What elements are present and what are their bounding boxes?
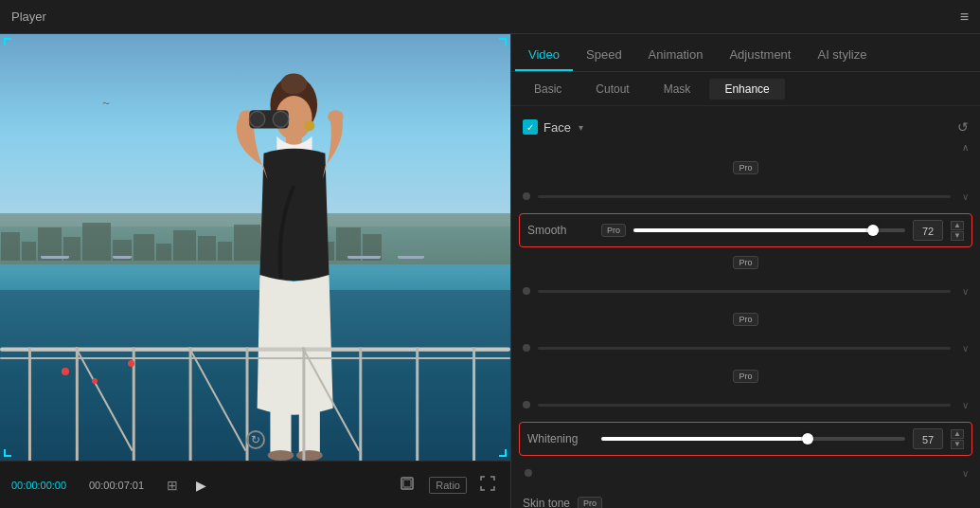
disabled-track-3 <box>538 347 951 350</box>
subtab-basic[interactable]: Basic <box>519 79 577 100</box>
total-time: 00:00:07:01 <box>89 480 155 491</box>
svg-line-25 <box>76 348 133 451</box>
dot-below-whitening <box>525 469 532 477</box>
corner-handle-tl[interactable] <box>4 38 11 45</box>
play-button[interactable]: ▶ <box>189 474 212 497</box>
whitening-value[interactable]: 57 <box>913 428 943 449</box>
disabled-track-2 <box>538 290 951 293</box>
whitening-fill <box>601 437 808 441</box>
svg-rect-17 <box>76 348 79 461</box>
subtab-cutout[interactable]: Cutout <box>580 79 644 100</box>
smooth-track[interactable] <box>633 228 905 232</box>
tab-ai-stylize[interactable]: AI stylize <box>804 40 880 71</box>
smooth-pro-badge: Pro <box>601 224 626 237</box>
smooth-slider-row: Smooth Pro 72 ▲ ▼ <box>519 213 972 247</box>
disabled-dot-3 <box>523 344 530 352</box>
svg-line-26 <box>189 348 246 451</box>
svg-point-1 <box>280 74 307 95</box>
disabled-dot-2 <box>523 287 530 295</box>
pro-row-3: Pro <box>511 306 980 333</box>
whitening-decrement[interactable]: ▼ <box>951 440 964 449</box>
building <box>22 242 36 261</box>
building <box>82 223 111 261</box>
smooth-spinners: ▲ ▼ <box>951 221 964 241</box>
disabled-track-1 <box>538 195 951 198</box>
svg-point-5 <box>328 110 344 123</box>
down-arrow-5: ∨ <box>962 468 969 479</box>
pro-row-4: Pro <box>511 363 980 390</box>
svg-rect-29 <box>403 480 411 487</box>
whitening-slider-row: Whitening 57 ▲ ▼ <box>519 422 972 456</box>
player-panel: 〜 <box>0 34 511 508</box>
face-reset-button[interactable]: ↺ <box>957 119 969 135</box>
disabled-slider-1: ∨ <box>511 181 980 211</box>
tab-speed[interactable]: Speed <box>573 40 635 71</box>
skin-tone-label: Skin tone <box>523 497 570 508</box>
whitening-increment[interactable]: ▲ <box>951 429 964 439</box>
video-frame: 〜 <box>0 34 510 461</box>
pro-badge-1: Pro <box>733 161 757 174</box>
sub-tabs: Basic Cutout Mask Enhance <box>511 72 980 106</box>
subtab-mask[interactable]: Mask <box>649 79 706 100</box>
svg-rect-19 <box>189 348 192 461</box>
buoy <box>62 368 69 375</box>
whitening-label: Whitening <box>527 432 594 445</box>
smooth-increment[interactable]: ▲ <box>951 221 964 230</box>
down-arrow-1: ∨ <box>962 191 969 202</box>
tab-video[interactable]: Video <box>515 40 573 71</box>
disabled-track-4 <box>538 404 951 407</box>
whitening-track-container[interactable] <box>601 437 905 441</box>
smooth-decrement[interactable]: ▼ <box>951 231 964 241</box>
svg-rect-16 <box>28 348 31 461</box>
boat-far <box>113 256 132 259</box>
svg-rect-24 <box>472 348 475 461</box>
face-checkbox[interactable]: ✓ <box>523 119 538 135</box>
corner-handle-tr[interactable] <box>499 38 507 45</box>
whitening-track[interactable] <box>601 437 905 441</box>
skin-tone-pro-badge: Pro <box>578 497 602 508</box>
down-arrow-4: ∨ <box>962 400 969 410</box>
pro-badge-2: Pro <box>733 256 757 269</box>
disabled-dot-4 <box>523 401 530 408</box>
disabled-slider-3: ∨ <box>511 333 980 363</box>
top-bar: Player ≡ <box>0 0 980 34</box>
disabled-slider-2: ∨ <box>511 276 980 306</box>
whitening-thumb[interactable] <box>802 433 813 444</box>
tab-adjustment[interactable]: Adjustment <box>716 40 804 71</box>
tab-animation[interactable]: Animation <box>635 40 717 71</box>
main-tabs: Video Speed Animation Adjustment AI styl… <box>511 34 980 72</box>
buoy <box>92 378 98 384</box>
fullscreen-button[interactable] <box>476 474 499 496</box>
controls-right: Ratio <box>395 473 499 497</box>
down-arrow-2: ∨ <box>962 286 969 297</box>
current-time: 00:00:00:00 <box>11 480 78 491</box>
crop-button[interactable] <box>395 473 419 497</box>
skin-tone-row: Skin tone Pro <box>511 488 980 508</box>
grid-icon[interactable]: ⊞ <box>167 478 178 493</box>
dot-row-below-whitening: ∨ <box>511 458 980 488</box>
smooth-value[interactable]: 72 <box>913 220 943 241</box>
pro-row-2: Pro <box>511 249 980 276</box>
rotate-handle[interactable]: ↻ <box>246 430 265 449</box>
corner-handle-br[interactable] <box>499 449 507 457</box>
face-expand-arrow[interactable]: ▾ <box>579 122 583 133</box>
building <box>1 232 20 261</box>
corner-handle-bl[interactable] <box>4 449 11 457</box>
collapse-icon-1[interactable]: ∧ <box>962 142 969 153</box>
smooth-track-container[interactable] <box>633 228 905 232</box>
svg-rect-22 <box>359 348 362 461</box>
player-controls: 00:00:00:00 00:00:07:01 ⊞ ▶ Ratio <box>0 461 510 508</box>
pro-row-1: Pro <box>511 154 980 181</box>
smooth-thumb[interactable] <box>867 225 879 236</box>
right-panel: Video Speed Animation Adjustment AI styl… <box>511 34 980 508</box>
face-section-header: ✓ Face ▾ ↺ <box>511 114 980 140</box>
subtab-enhance[interactable]: Enhance <box>709 79 784 100</box>
disabled-dot-1 <box>523 192 530 200</box>
pro-badge-4: Pro <box>733 370 757 383</box>
main-layout: 〜 <box>0 34 980 508</box>
smooth-label: Smooth <box>527 224 594 237</box>
menu-icon[interactable]: ≡ <box>960 9 969 26</box>
svg-line-27 <box>302 348 359 451</box>
ratio-button[interactable]: Ratio <box>429 477 467 494</box>
down-arrow-3: ∨ <box>962 343 969 354</box>
